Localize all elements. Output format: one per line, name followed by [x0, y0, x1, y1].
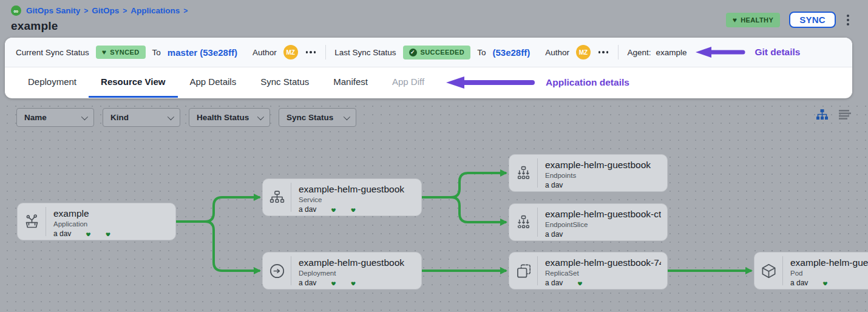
current-sync-status-label: Current Sync Status [16, 48, 89, 57]
last-commit-link[interactable]: (53e28ff) [492, 47, 530, 58]
synced-badge-label: SYNCED [110, 49, 139, 56]
tab-resource-view[interactable]: Resource View [89, 67, 177, 98]
tab-app-details[interactable]: App Details [178, 67, 249, 98]
heart-icon: ♥ [102, 49, 107, 56]
health-heart-icon: ♥ [86, 230, 90, 237]
node-kind: Application [53, 220, 169, 228]
filter-bar: NameKindHealth StatusSync Status [16, 108, 356, 127]
node-kind: Deployment [299, 269, 415, 277]
edge-service-to-endpointslice [422, 197, 506, 222]
edge-application-to-service [176, 197, 260, 222]
filter-label: Kind [110, 113, 129, 122]
tree-view-icon[interactable] [816, 109, 828, 120]
chevron-down-icon [257, 113, 264, 120]
node-title: example-helm-guestbook-74... [545, 257, 661, 268]
health-heart-icon: ♥ [351, 279, 356, 286]
succeeded-badge-label: SUCCEEDED [421, 49, 465, 56]
breadcrumb-separator-icon: > [183, 7, 188, 15]
author-avatar[interactable]: MZ [576, 45, 591, 59]
agent-label: Agent: [627, 48, 651, 57]
chevron-down-icon [344, 113, 350, 120]
node-body: example-helm-guestPoda day♥ [782, 256, 868, 285]
health-badge-label: HEALTHY [741, 16, 773, 24]
application-details-annotation-text: Application details [546, 77, 629, 88]
node-title: example-helm-guestbook [545, 159, 661, 171]
commit-details-ellipsis-icon[interactable] [305, 50, 317, 55]
node-meta: a day [545, 230, 661, 237]
tab-sync-status[interactable]: Sync Status [248, 67, 321, 98]
pod-icon [754, 253, 782, 289]
filter-label: Name [24, 113, 47, 122]
chevron-down-icon [168, 113, 174, 120]
agent-value: example [656, 48, 687, 57]
breadcrumb-item-gitops-sanity[interactable]: GitOps Sanity [26, 6, 80, 15]
tab-deployment[interactable]: Deployment [16, 67, 89, 98]
node-body: example-helm-guestbookServicea day♥♥ [291, 183, 421, 212]
commit-details-ellipsis-icon[interactable] [597, 50, 610, 55]
more-actions-kebab-icon[interactable] [845, 13, 851, 27]
tab-app-diff[interactable]: App Diff [380, 67, 436, 98]
resource-canvas[interactable]: NameKindHealth StatusSync Status example… [0, 98, 868, 312]
node-kind: Endpoints [545, 171, 661, 180]
node-kind: EndpointSlice [545, 220, 661, 229]
breadcrumb-separator-icon: > [84, 7, 88, 15]
application-icon [18, 203, 46, 240]
application-details-annotation: Application details [445, 67, 629, 98]
health-heart-icon: ♥ [822, 279, 827, 286]
breadcrumb-item-gitops[interactable]: GitOps [92, 6, 119, 15]
divider [618, 45, 619, 59]
edge-service-to-endpoints [422, 173, 506, 197]
node-age: a day [545, 181, 563, 188]
left-arrow-icon [445, 76, 535, 89]
endpointslice-icon [509, 204, 537, 240]
node-meta: a day♥ [790, 279, 868, 285]
resource-node-endpointslice[interactable]: example-helm-guestbook-ct...EndpointSlic… [509, 203, 668, 241]
divider [325, 45, 326, 59]
tab-manifest[interactable]: Manifest [321, 67, 380, 98]
last-sync-status-group: Last Sync Status ✓ SUCCEEDED To (53e28ff… [334, 45, 609, 59]
filter-kind[interactable]: Kind [103, 108, 180, 127]
filter-sync-status[interactable]: Sync Status [279, 108, 356, 127]
heart-icon: ♥ [733, 16, 737, 24]
breadcrumb-item-applications[interactable]: Applications [131, 6, 180, 15]
synced-badge: ♥ SYNCED [96, 46, 146, 59]
tab-bar: DeploymentResource ViewApp DetailsSync S… [5, 67, 852, 98]
node-kind: ReplicaSet [545, 269, 661, 277]
service-icon [263, 179, 291, 215]
author-label: Author [545, 48, 569, 57]
git-details-annotation: Git details [694, 46, 801, 58]
node-title: example-helm-guestbook [299, 183, 415, 195]
gitops-logo-icon: ∞ [11, 5, 21, 16]
chevron-down-icon [81, 113, 88, 120]
node-body: example-helm-guestbookDeploymenta day♥♥ [291, 256, 421, 285]
left-arrow-icon [694, 46, 745, 58]
node-meta: a day♥♥ [299, 205, 415, 212]
edge-application-to-deployment [176, 222, 260, 271]
health-heart-icon: ♥ [331, 206, 336, 212]
view-toggles [816, 109, 851, 120]
resource-node-deployment[interactable]: example-helm-guestbookDeploymenta day♥♥ [262, 252, 422, 290]
filter-name[interactable]: Name [16, 108, 94, 127]
current-commit-link[interactable]: master (53e28ff) [168, 47, 237, 58]
resource-node-replicaset[interactable]: example-helm-guestbook-74...ReplicaSeta … [509, 252, 668, 290]
agent-group: Agent: example [627, 48, 687, 57]
author-avatar[interactable]: MZ [283, 45, 298, 59]
resource-node-service[interactable]: example-helm-guestbookServicea day♥♥ [262, 178, 422, 216]
resource-node-pod[interactable]: example-helm-guestPoda day♥ [754, 252, 868, 290]
filter-label: Sync Status [287, 113, 333, 122]
node-body: example-helm-guestbookEndpointsa day [537, 158, 667, 188]
endpoints-icon [509, 155, 537, 191]
sync-status-bar: Current Sync Status ♥ SYNCED To master (… [5, 38, 852, 67]
node-age: a day [299, 205, 316, 212]
resource-node-application[interactable]: exampleApplicationa day♥♥ [17, 203, 176, 240]
node-title: example-helm-guestbook [299, 257, 415, 268]
node-body: example-helm-guestbook-ct...EndpointSlic… [537, 208, 667, 237]
node-meta: a day♥♥ [299, 279, 415, 285]
sync-button[interactable]: SYNC [789, 12, 836, 28]
resource-node-endpoints[interactable]: example-helm-guestbookEndpointsa day [509, 154, 668, 192]
list-view-icon[interactable] [839, 109, 851, 120]
node-meta: a day♥♥ [53, 229, 169, 236]
node-title: example-helm-guestbook-ct... [545, 208, 661, 220]
filter-health-status[interactable]: Health Status [189, 108, 270, 127]
to-label: To [152, 48, 161, 57]
